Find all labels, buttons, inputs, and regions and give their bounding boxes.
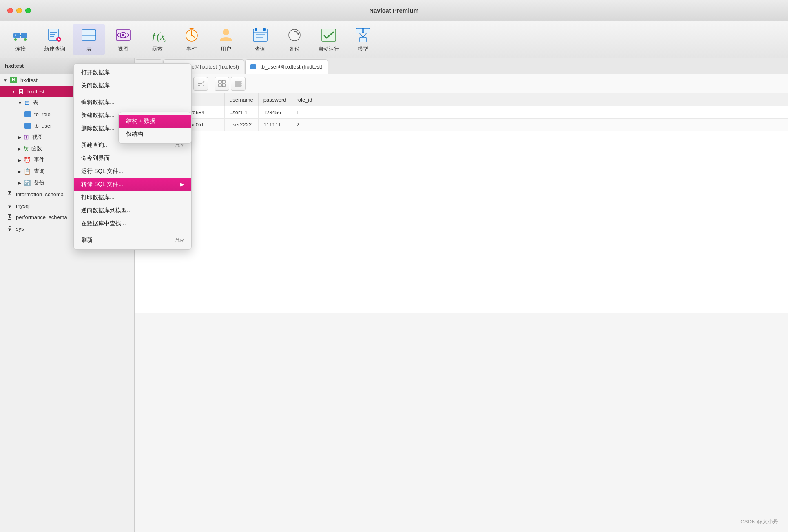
toolbar-backup[interactable]: 备份 — [278, 24, 311, 55]
svg-rect-55 — [235, 83, 241, 84]
menu-cmd-line-label: 命令列界面 — [81, 155, 110, 162]
menu-close-db[interactable]: 关闭数据库 — [74, 79, 191, 92]
cell-extra-2 — [317, 119, 788, 131]
expand-arrow-tables: ▼ — [18, 101, 22, 105]
db-label: hxdtest — [27, 89, 44, 95]
conn-label: hxdtest — [20, 77, 38, 83]
user-icon — [217, 27, 235, 44]
obj-btn-sort[interactable] — [193, 77, 208, 91]
window-controls[interactable] — [7, 8, 31, 13]
toolbar-query[interactable]: 查询 — [244, 24, 277, 55]
menu-transfer-sql[interactable]: 转储 SQL 文件... ▶ — [74, 178, 191, 191]
app-title: Navicat Premium — [369, 7, 419, 14]
menu-edit-db-label: 编辑数据库... — [81, 99, 115, 106]
backup-group-icon: 🔄 — [24, 180, 31, 186]
tab-tb-user[interactable]: tb_user@hxdtest (hxdtest) — [245, 59, 328, 74]
menu-print-db-label: 打印数据库... — [81, 194, 115, 201]
menu-close-db-label: 关闭数据库 — [81, 82, 110, 89]
func-group-icon: fx — [24, 145, 28, 152]
menu-refresh[interactable]: 刷新 ⌘R — [74, 234, 191, 247]
new-query-label: 新建查询 — [44, 45, 65, 53]
svg-text:+: + — [15, 33, 17, 38]
toolbar-model[interactable]: 模型 — [347, 24, 379, 55]
cell-extra-1 — [317, 106, 788, 119]
toolbar-table[interactable]: 表 — [73, 24, 105, 55]
function-icon: ƒ(x) — [149, 27, 166, 44]
sidebar-header-label: hxdtest — [5, 63, 24, 69]
svg-rect-35 — [356, 28, 363, 33]
toolbar-auto-run[interactable]: 自动运行 — [312, 24, 345, 55]
svg-rect-30 — [263, 28, 266, 31]
event-group-icon: ⏰ — [24, 157, 31, 163]
table-label: 表 — [86, 45, 92, 53]
menu-find-in-db[interactable]: 在数据库中查找... — [74, 217, 191, 230]
table-row[interactable]: 2ee7038a744cb14bd2d684 user1-1 123456 1 — [135, 106, 788, 119]
obj-btn-detail[interactable] — [231, 77, 246, 91]
table-icon — [80, 27, 97, 44]
menu-reverse-db-label: 逆向数据库到模型... — [81, 207, 132, 214]
cell-role-id-1: 1 — [291, 106, 317, 119]
new-query-icon: + — [46, 27, 63, 44]
toolbar-event[interactable]: 事件 — [175, 24, 208, 55]
close-button[interactable] — [7, 8, 13, 13]
menu-new-db-label: 新建数据库... — [81, 112, 115, 119]
table-group-label: 表 — [33, 99, 38, 106]
svg-rect-27 — [253, 29, 267, 41]
table-icon-role — [24, 111, 31, 117]
obj-btn-grid[interactable] — [215, 77, 229, 91]
connect-label: 连接 — [15, 45, 26, 53]
menu-divider-3 — [74, 232, 191, 232]
toolbar-function[interactable]: ƒ(x) 函数 — [141, 24, 174, 55]
menu-run-sql[interactable]: 运行 SQL 文件... — [74, 165, 191, 178]
query-group-label: 查询 — [34, 168, 44, 175]
view-icon — [115, 27, 132, 44]
svg-rect-36 — [363, 28, 370, 33]
connect-icon: + — [12, 27, 29, 44]
menu-refresh-shortcut: ⌘R — [175, 237, 184, 244]
toolbar-connect[interactable]: + 连接 — [4, 24, 37, 55]
toolbar-new-query[interactable]: + 新建查询 — [38, 24, 71, 55]
tb-user-label: tb_user — [34, 123, 52, 129]
maximize-button[interactable] — [25, 8, 31, 13]
svg-rect-52 — [219, 84, 221, 87]
data-table-element: username password role_id 2ee7038a744cb1… — [135, 93, 788, 131]
svg-point-20 — [122, 34, 124, 36]
menu-cmd-line[interactable]: 命令列界面 — [74, 152, 191, 165]
menu-print-db[interactable]: 打印数据库... — [74, 191, 191, 204]
watermark-text: CSDN @大小丹 — [740, 519, 778, 525]
col-header-extra — [317, 93, 788, 106]
backup-icon — [286, 27, 303, 44]
cell-username-2: user2222 — [225, 119, 259, 131]
submenu: 结构 + 数据 仅结构 — [118, 112, 192, 144]
svg-line-39 — [363, 33, 367, 37]
model-label: 模型 — [358, 45, 368, 53]
menu-reverse-db[interactable]: 逆向数据库到模型... — [74, 204, 191, 217]
table-row[interactable]: 67d887a724eef2dfc45d0fd user2222 111111 … — [135, 119, 788, 131]
submenu-structure-only[interactable]: 仅结构 — [119, 128, 191, 141]
query-group-icon: 📋 — [24, 168, 31, 175]
menu-find-in-db-label: 在数据库中查找... — [81, 220, 126, 227]
svg-point-4 — [24, 38, 27, 41]
db-icon-mysql: 🗄 — [7, 202, 13, 209]
data-table: username password role_id 2ee7038a744cb1… — [135, 93, 788, 313]
backup-label: 备份 — [289, 45, 300, 53]
toolbar-user[interactable]: 用户 — [210, 24, 242, 55]
menu-edit-db[interactable]: 编辑数据库... — [74, 96, 191, 109]
minimize-button[interactable] — [16, 8, 22, 13]
auto-run-label: 自动运行 — [318, 45, 339, 53]
menu-open-db[interactable]: 打开数据库 — [74, 66, 191, 79]
svg-rect-51 — [222, 80, 225, 83]
func-group-label: 函数 — [31, 145, 42, 152]
db-icon-info: 🗄 — [7, 191, 13, 198]
submenu-structure-data[interactable]: 结构 + 数据 — [119, 115, 191, 128]
cell-password-2: 111111 — [258, 119, 291, 131]
function-label: 函数 — [152, 45, 163, 53]
menu-new-query-label: 新建查询... — [81, 142, 109, 149]
table-group-icon: ⊞ — [24, 99, 30, 106]
cell-password-1: 123456 — [258, 106, 291, 119]
menu-transfer-sql-label: 转储 SQL 文件... — [81, 181, 123, 188]
cell-username-1: user1-1 — [225, 106, 259, 119]
svg-rect-1 — [21, 33, 27, 38]
bottom-area — [135, 313, 788, 532]
toolbar-view[interactable]: 视图 — [107, 24, 139, 55]
